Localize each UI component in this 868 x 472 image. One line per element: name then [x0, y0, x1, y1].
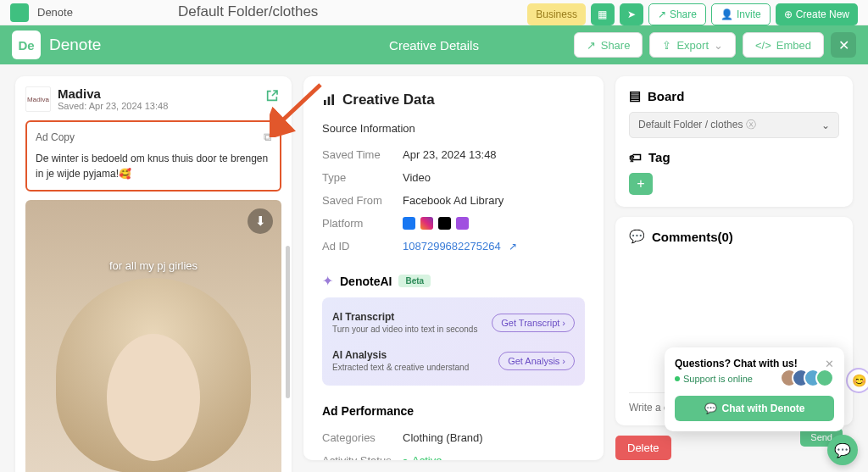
- close-icon: ✕: [838, 37, 849, 53]
- background-actions: Business ▦ ➤ ↗ Share 👤 Invite ⊕ Create N…: [527, 3, 858, 25]
- brand-avatar: Madiva: [25, 86, 51, 112]
- board-icon: ▤: [629, 88, 641, 103]
- external-link-icon: ↗: [509, 241, 517, 253]
- share-icon: ↗: [587, 39, 596, 52]
- svg-rect-0: [324, 100, 326, 105]
- modal-export-button[interactable]: ⇪ Export ⌄: [649, 32, 736, 58]
- ai-transcript-desc: Turn your ad video into text in seconds: [332, 325, 477, 334]
- audience-network-icon: [438, 217, 451, 230]
- chat-title: Questions? Chat with us!: [675, 358, 798, 369]
- chevron-down-icon: ⌄: [821, 119, 830, 131]
- download-button[interactable]: ⬇: [248, 208, 273, 234]
- delete-button[interactable]: Delete: [615, 436, 671, 460]
- chat-widget: Questions? Chat with us! ✕ Support is on…: [665, 347, 844, 431]
- background-logo: [10, 3, 29, 22]
- video-caption: for all my pj girlies: [25, 259, 281, 272]
- ad-id-link[interactable]: 1087299682275264 ↗: [403, 240, 517, 253]
- bg-share-button[interactable]: ↗ Share: [648, 3, 706, 25]
- background-brand: Denote: [37, 6, 73, 19]
- creative-card: Madiva Madiva Saved: Apr 23, 2024 13:48 …: [15, 76, 292, 472]
- row-ad-id: Ad ID 1087299682275264 ↗: [322, 235, 585, 258]
- business-badge[interactable]: Business: [527, 3, 586, 25]
- copy-icon[interactable]: ⧉: [264, 130, 271, 144]
- modal-title: Creative Details: [389, 38, 479, 53]
- creative-data-column: Creative Data Source Information Saved T…: [303, 76, 604, 460]
- source-info-subtitle: Source Information: [322, 122, 585, 135]
- chat-launcher[interactable]: 💬: [827, 435, 858, 465]
- modal-share-button[interactable]: ↗ Share: [574, 32, 643, 58]
- remove-board-icon[interactable]: ⓧ: [746, 119, 756, 130]
- modal-close-button[interactable]: ✕: [831, 32, 856, 58]
- row-categories: Categories Clothing (Brand): [322, 426, 585, 449]
- bg-icon-button-2[interactable]: ➤: [620, 3, 643, 25]
- chevron-down-icon: ⌄: [714, 39, 723, 52]
- ad-copy-box: Ad Copy ⧉ De winter is bedoeld om knus t…: [25, 120, 281, 192]
- row-saved-from: Saved From Facebook Ad Library: [322, 189, 585, 212]
- denote-ai-header: ✦ DenoteAI Beta: [322, 273, 585, 289]
- export-icon: ⇪: [662, 39, 671, 52]
- creative-share-icon[interactable]: [263, 86, 281, 105]
- ai-transcript-title: AI Transcript: [332, 311, 477, 323]
- get-analysis-button[interactable]: Get Analysis›: [498, 352, 575, 370]
- creative-data-title: Creative Data: [322, 92, 585, 108]
- board-select[interactable]: Default Folder / clothesⓧ ⌄: [629, 112, 839, 138]
- tag-icon: 🏷: [629, 150, 642, 164]
- instagram-icon: [420, 217, 433, 230]
- comment-icon: 💬: [629, 229, 645, 244]
- modal-brand: Denote: [49, 36, 101, 54]
- facebook-icon: [403, 217, 415, 230]
- sparkle-icon: ✦: [322, 273, 333, 289]
- video-preview[interactable]: for all my pj girlies ⬇: [25, 200, 281, 472]
- board-panel: ▤ Board Default Folder / clothesⓧ ⌄ 🏷 Ta…: [615, 76, 853, 207]
- brand-name: Madiva: [58, 86, 168, 101]
- modal-logo: De: [12, 31, 41, 59]
- chat-with-denote-button[interactable]: 💬 Chat with Denote: [675, 396, 834, 421]
- bg-create-button[interactable]: ⊕ Create New: [776, 3, 858, 25]
- row-type: Type Video: [322, 166, 585, 189]
- left-scrollbar[interactable]: [286, 246, 290, 398]
- chat-icon: 💬: [834, 442, 851, 458]
- ai-assistant-bubble[interactable]: [846, 368, 868, 393]
- beta-badge: Beta: [398, 275, 431, 287]
- get-transcript-button[interactable]: Get Transcript›: [492, 314, 575, 332]
- creative-preview-column: Madiva Madiva Saved: Apr 23, 2024 13:48 …: [15, 76, 292, 460]
- bg-icon-button-1[interactable]: ▦: [591, 3, 615, 25]
- ad-performance-title: Ad Performance: [322, 404, 585, 418]
- bar-chart-icon: [322, 93, 336, 107]
- code-icon: </>: [755, 39, 771, 52]
- bg-invite-button[interactable]: 👤 Invite: [711, 3, 771, 25]
- chevron-right-icon: ›: [562, 356, 565, 366]
- ad-copy-label: Ad Copy: [36, 131, 75, 143]
- ai-card: AI Transcript Turn your ad video into te…: [322, 297, 585, 386]
- chevron-right-icon: ›: [562, 318, 565, 328]
- row-activity-status: Activity Status Active Dec 10, 2023 16:0…: [322, 449, 585, 460]
- active-status-dot: [403, 459, 408, 460]
- ai-analysis-desc: Extracted text & creative understand: [332, 363, 469, 372]
- download-icon: ⬇: [255, 214, 266, 229]
- ad-copy-text: De winter is bedoeld om knus thuis door …: [36, 151, 271, 181]
- online-status-dot: [675, 376, 680, 381]
- messenger-icon: [456, 217, 469, 230]
- background-breadcrumb: Default Folder/clothes: [178, 3, 318, 20]
- chat-bubble-icon: 💬: [704, 403, 717, 414]
- modal-header: De Denote Creative Details ↗ Share ⇪ Exp…: [0, 25, 868, 64]
- modal-embed-button[interactable]: </> Embed: [743, 32, 824, 58]
- saved-time-line: Saved: Apr 23, 2024 13:48: [58, 101, 168, 111]
- svg-rect-1: [328, 97, 331, 105]
- svg-rect-2: [331, 94, 334, 105]
- add-tag-button[interactable]: +: [629, 173, 653, 195]
- row-saved-time: Saved Time Apr 23, 2024 13:48: [322, 143, 585, 166]
- ai-analysis-title: AI Analysis: [332, 349, 469, 361]
- row-platform: Platform: [322, 212, 585, 235]
